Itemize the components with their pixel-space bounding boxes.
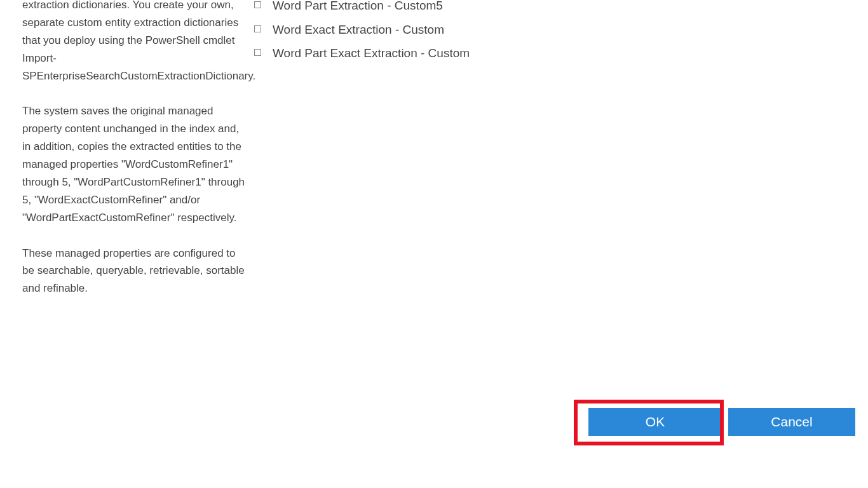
checkbox-row-word-part-exact-extraction-custom[interactable]: Word Part Exact Extraction - Custom <box>254 45 855 62</box>
checkbox-label: Word Part Extraction - Custom5 <box>273 0 443 15</box>
checkbox-icon[interactable] <box>254 25 261 32</box>
checkbox-label: Word Part Exact Extraction - Custom <box>273 45 470 62</box>
dialog-button-row: OK Cancel <box>588 408 855 436</box>
checkbox-row-word-part-extraction-custom5[interactable]: Word Part Extraction - Custom5 <box>254 0 855 15</box>
checkbox-icon[interactable] <box>254 1 261 8</box>
description-paragraph-1: extraction dictionaries. You create your… <box>22 0 248 85</box>
ok-button[interactable]: OK <box>588 408 722 436</box>
cancel-button[interactable]: Cancel <box>728 408 855 436</box>
description-paragraph-3: These managed properties are configured … <box>22 245 248 298</box>
checkbox-icon[interactable] <box>254 49 261 56</box>
checkbox-row-word-exact-extraction-custom[interactable]: Word Exact Extraction - Custom <box>254 22 855 39</box>
checkbox-column: Word Part Extraction - Custom5 Word Exac… <box>254 0 855 69</box>
description-column: extraction dictionaries. You create your… <box>22 0 254 315</box>
description-paragraph-2: The system saves the original managed pr… <box>22 102 248 226</box>
checkbox-label: Word Exact Extraction - Custom <box>273 22 444 39</box>
